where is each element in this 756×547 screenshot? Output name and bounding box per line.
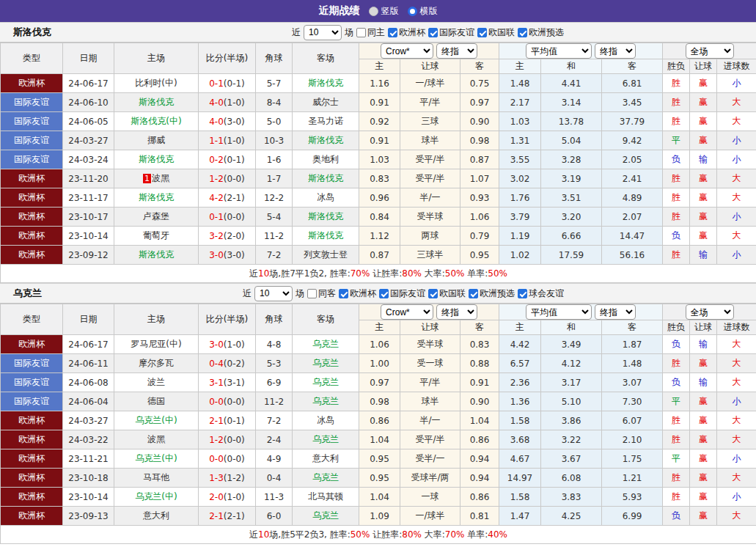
odds-provider-select[interactable]: Crow* [381,304,433,320]
subcolumn-header-sub_avg_home: 主 [499,320,541,335]
average-provider-select[interactable]: 平均值 [526,43,592,59]
match-scope-select[interactable]: 全场 [686,43,734,59]
away-header: 客场 [293,43,359,74]
summary-segment: 单率: [464,268,488,279]
result-wdl-cell: 平 [663,392,690,411]
checkbox-checked-icon[interactable] [388,28,397,37]
league-filter-3[interactable]: 欧洲预选 [518,26,564,39]
horizontal-layout-radio[interactable]: 横版 [408,5,438,18]
subcolumn-header-sub_home: 主 [359,59,400,74]
summary-segment: 让胜率: [370,529,402,540]
fulltime-score: 0-2 [209,155,224,165]
checkbox-checked-icon[interactable] [428,289,438,298]
checkbox-checked-icon[interactable] [339,289,348,298]
result-goals-cell: 大 [717,507,756,526]
checkbox-checked-icon[interactable] [428,28,438,37]
corner-cell: 7-2 [256,411,293,430]
date-header: 日期 [63,43,114,74]
odds-away-cell: 1.06 [460,208,499,227]
vertical-layout-radio[interactable]: 竖版 [369,5,399,18]
same-side-toggle[interactable]: 同主 [356,26,385,39]
checkbox-checked-icon[interactable] [379,289,389,298]
result-handicap-cell: 赢 [690,93,717,112]
avg-home-cell: 1.03 [499,112,541,131]
date-header: 日期 [63,304,114,335]
odds-away-cell: 0.94 [460,469,499,488]
league-filter-0[interactable]: 欧洲杯 [388,26,425,39]
result-handicap-cell: 输 [690,335,717,354]
result-goals-cell: 大 [717,430,756,449]
home-team-name: 罗马尼亚(中) [131,339,181,349]
halftime-score: (3-0) [224,250,245,260]
result-wdl-cell: 负 [663,227,690,246]
away-team-cell: 列支敦士登 [293,246,359,265]
average-stage-select[interactable]: 终指 [595,43,636,59]
result-goals-cell: 大 [717,469,756,488]
summary-segment: 近 [249,529,258,540]
competition-type-cell: 欧洲杯 [1,188,63,208]
home-team-cell: 斯洛伐克 [114,246,199,265]
home-team-name: 乌克兰(中) [135,491,177,502]
league-filter-2[interactable]: 欧国联 [477,26,515,39]
score-cell: 2-0(1-0) [199,488,256,507]
odds-group-header: Crow* 终指 [359,43,499,59]
odds-stage-select[interactable]: 终指 [436,304,477,320]
checkbox-checked-icon[interactable] [469,289,478,298]
halftime-score: (1-2) [224,473,245,483]
away-team-name: 斯洛伐克 [308,78,343,88]
match-row: 欧洲杯23-10-14葡萄牙3-2(2-0)11-2斯洛伐克1.12两球0.79… [1,227,756,246]
avg-draw-cell: 13.78 [541,112,602,131]
match-row: 国际友谊24-03-24斯洛伐克0-2(0-1)1-6奥地利1.03受平/半0.… [1,150,756,169]
odds-provider-select[interactable]: Crow* [381,43,433,59]
home-team-cell: 罗马尼亚(中) [114,335,199,354]
avg-away-cell: 4.89 [602,188,663,208]
page-header: 近期战绩 竖版 横版 [0,0,756,22]
average-provider-select[interactable]: 平均值 [526,304,592,320]
match-scope-select[interactable]: 全场 [686,304,734,320]
checkbox-unchecked-icon[interactable] [307,289,317,298]
checkbox-checked-icon[interactable] [477,28,487,37]
checkbox-checked-icon[interactable] [518,28,527,37]
halftime-score: (1-0) [224,492,245,502]
corner-cell: 8-4 [256,93,293,112]
halftime-score: (3-1) [224,378,245,388]
halftime-score: (0-0) [224,212,245,222]
result-handicap-cell: 赢 [690,74,717,93]
halftime-score: (0-2) [224,359,245,369]
match-count-select[interactable]: 10 [254,286,293,301]
league-filter-1[interactable]: 国际友谊 [379,287,425,300]
average-stage-select[interactable]: 终指 [595,304,636,320]
checkbox-unchecked-icon[interactable] [356,28,366,37]
league-filter-1[interactable]: 国际友谊 [428,26,474,39]
games-label: 场 [345,26,353,39]
league-filter-0[interactable]: 欧洲杯 [339,287,376,300]
home-team-cell: 斯洛伐克 [114,93,199,112]
avg-away-cell: 1.87 [602,335,663,354]
red-card-badge: 1 [143,174,151,183]
corner-cell: 11-3 [256,488,293,507]
league-filter-4[interactable]: 球会友谊 [518,287,564,300]
matches-table: 类型日期主场比分(半场)角球客场Crow* 终指平均值 终指全场主让球客主和客胜… [0,304,756,544]
away-team-cell: 威尔士 [293,93,359,112]
odds-home-cell: 1.06 [359,335,400,354]
score-cell: 0-0(0-0) [199,449,256,469]
avg-home-cell: 1.31 [499,131,541,150]
radio-unselected-icon[interactable] [408,7,417,16]
odds-stage-select[interactable]: 终指 [436,43,477,59]
checkbox-checked-icon[interactable] [518,289,527,298]
fulltime-score: 2-1 [209,511,224,521]
league-filter-label: 欧洲预选 [480,287,515,300]
odds-home-cell: 0.91 [359,93,400,112]
score-cell: 1-2(0-0) [199,169,256,188]
home-team-name: 摩尔多瓦 [139,358,174,368]
league-filter-3[interactable]: 欧洲预选 [469,287,515,300]
home-team-cell: 摩尔多瓦 [114,354,199,373]
odds-handicap-cell: 受半球 [400,335,460,354]
home-team-cell: 比利时(中) [114,74,199,93]
league-filter-2[interactable]: 欧国联 [428,287,466,300]
match-count-select[interactable]: 10 [304,25,342,40]
match-date-cell: 24-06-05 [63,112,114,131]
same-side-toggle[interactable]: 同客 [307,287,336,300]
odds-away-cell: 0.75 [460,74,499,93]
radio-selected-icon[interactable] [369,7,378,16]
